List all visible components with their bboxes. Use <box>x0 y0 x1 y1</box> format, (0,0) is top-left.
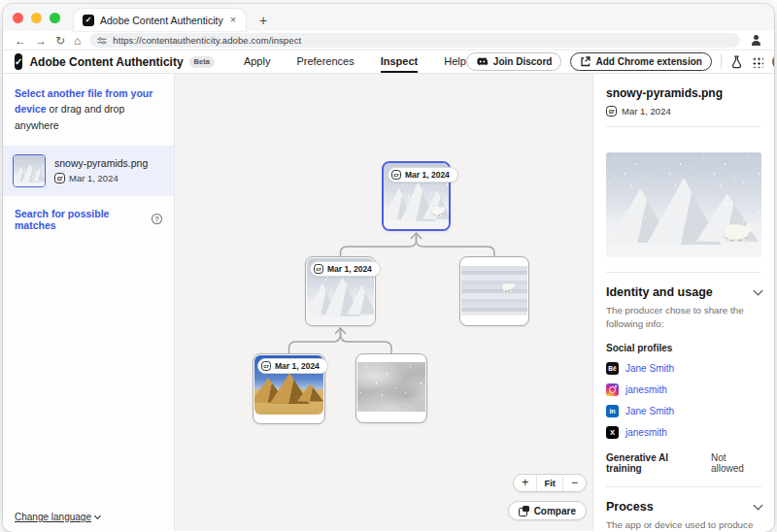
app-body: Select another file from your device or … <box>3 74 774 531</box>
tree-node-bear-ingredient[interactable] <box>459 256 529 326</box>
social-profiles-label: Social profiles <box>606 343 761 353</box>
add-chrome-extension-label: Add Chrome extension <box>595 56 701 67</box>
nav-item-inspect[interactable]: Inspect <box>381 50 419 73</box>
minimize-window-button[interactable] <box>31 13 42 23</box>
identity-heading: Identity and usage <box>606 285 713 299</box>
window-controls <box>13 4 60 31</box>
change-language-label: Change language <box>15 512 91 522</box>
nav-item-preferences[interactable]: Preferences <box>296 50 354 73</box>
identity-section-header[interactable]: Identity and usage <box>606 285 761 299</box>
browser-window: ✓ Adobe Content Authenticity × + ← → ↻ ⌂… <box>3 4 774 532</box>
join-discord-label: Join Discord <box>493 56 553 67</box>
profile-row-x: X janesmith <box>606 426 761 439</box>
badge-date: Mar 1, 2024 <box>327 264 372 274</box>
address-bar[interactable]: https://contentauthenticity.adobe.com/in… <box>89 33 740 48</box>
change-language-link[interactable]: Change language <box>15 512 100 522</box>
reload-icon[interactable]: ↻ <box>55 35 65 47</box>
snowy-pyramids-thumbnail-image <box>14 155 45 186</box>
compare-icon <box>519 506 529 516</box>
tree-node-snow-texture-ingredient[interactable] <box>355 353 427 423</box>
tab-title: Adobe Content Authenticity <box>100 15 223 26</box>
tree-node-desert-ingredient[interactable]: cr Mar 1, 2024 <box>253 353 325 424</box>
behance-profile-link[interactable]: Jane Smith <box>625 363 674 374</box>
preview-image[interactable] <box>606 152 761 257</box>
maximize-window-button[interactable] <box>50 13 60 23</box>
file-name: snowy-pyramids.png <box>54 157 148 169</box>
identity-description: The producer chose to share the followin… <box>606 304 761 331</box>
browser-profile-icon[interactable] <box>749 34 762 48</box>
browser-tab-strip: ✓ Adobe Content Authenticity × + <box>3 4 774 31</box>
file-date-text: Mar 1, 2024 <box>69 173 118 183</box>
file-thumbnail <box>13 154 46 187</box>
sidebar: Select another file from your device or … <box>3 74 175 531</box>
file-list-item-selected[interactable]: snowy-pyramids.png cr Mar 1, 2024 <box>3 146 174 196</box>
close-window-button[interactable] <box>13 13 23 23</box>
panel-date-text: Mar 1, 2024 <box>622 106 671 116</box>
generative-ai-label: Generative AI training <box>606 452 706 474</box>
instagram-profile-link[interactable]: janesmith <box>625 384 667 395</box>
profile-row-instagram: janesmith <box>606 383 761 396</box>
content-credentials-badge: cr Mar 1, 2024 <box>257 358 328 374</box>
tree-node-current[interactable]: cr Mar 1, 2024 <box>382 161 451 231</box>
linkedin-icon: in <box>606 405 619 417</box>
home-icon[interactable]: ⌂ <box>74 35 81 47</box>
export-icon <box>580 56 591 67</box>
polar-bear-ice-image <box>461 266 527 316</box>
x-icon: X <box>606 426 619 439</box>
search-matches-link[interactable]: Search for possible matches <box>15 208 152 231</box>
discord-icon <box>476 57 489 67</box>
user-avatar[interactable] <box>772 53 774 70</box>
back-icon[interactable]: ← <box>15 35 26 47</box>
tree-connectors <box>175 74 592 531</box>
provenance-canvas[interactable]: cr Mar 1, 2024 cr Mar 1, 2024 <box>175 74 592 531</box>
nav-item-help[interactable]: Help <box>444 50 466 73</box>
generative-ai-value: Not allowed <box>711 452 761 474</box>
header-actions: Join Discord Add Chrome extension <box>466 52 774 71</box>
details-panel: snowy-pyramids.png cr Mar 1, 2024 Identi… <box>592 74 774 531</box>
nav-item-apply[interactable]: Apply <box>244 50 271 73</box>
content-credentials-icon: cr <box>314 264 323 274</box>
add-chrome-extension-button[interactable]: Add Chrome extension <box>570 52 711 71</box>
forward-icon[interactable]: → <box>35 35 47 47</box>
x-profile-link[interactable]: janesmith <box>625 427 667 438</box>
tab-favicon-icon: ✓ <box>83 15 94 26</box>
zoom-in-button[interactable]: + <box>514 475 536 491</box>
compare-button[interactable]: Compare <box>508 501 587 520</box>
compare-label: Compare <box>534 506 576 516</box>
app-logo-icon: ✓ <box>15 53 22 70</box>
search-matches-row: Search for possible matches ? <box>3 196 174 231</box>
snow-texture-image <box>357 362 425 412</box>
file-meta: snowy-pyramids.png cr Mar 1, 2024 <box>54 157 148 183</box>
zoom-out-button[interactable]: − <box>563 475 586 491</box>
panel-divider <box>606 486 761 487</box>
tab-close-icon[interactable]: × <box>229 15 237 25</box>
site-settings-icon[interactable] <box>97 37 107 45</box>
content-credentials-icon: cr <box>261 361 271 371</box>
linkedin-profile-link[interactable]: Jane Smith <box>625 406 674 416</box>
app-name: Adobe Content Authenticity <box>29 55 183 69</box>
help-icon[interactable]: ? <box>152 214 162 224</box>
content-credentials-icon: cr <box>606 106 617 116</box>
app-launcher-icon[interactable] <box>752 56 763 68</box>
upload-instructions: Select another file from your device or … <box>3 74 174 133</box>
instagram-icon <box>606 383 619 396</box>
chevron-down-icon <box>94 513 101 519</box>
chevron-down-icon <box>754 286 763 296</box>
panel-divider <box>606 126 761 127</box>
beta-flask-icon[interactable] <box>730 55 743 69</box>
file-date: cr Mar 1, 2024 <box>54 173 148 183</box>
join-discord-button[interactable]: Join Discord <box>466 52 562 71</box>
process-heading: Process <box>606 500 654 514</box>
chevron-down-icon <box>754 501 763 511</box>
process-description: The app or device used to produce this c… <box>606 518 761 531</box>
browser-tab[interactable]: ✓ Adobe Content Authenticity × <box>74 9 246 31</box>
content-credentials-icon: cr <box>391 170 401 180</box>
fit-button[interactable]: Fit <box>536 475 563 491</box>
tree-node-composite[interactable]: cr Mar 1, 2024 <box>305 256 376 326</box>
new-tab-button[interactable]: + <box>259 14 267 31</box>
process-section-header[interactable]: Process <box>606 500 761 514</box>
browser-toolbar: ← → ↻ ⌂ https://contentauthenticity.adob… <box>3 31 774 50</box>
content-credentials-badge: cr Mar 1, 2024 <box>310 261 381 277</box>
panel-file-title: snowy-pyramids.png <box>606 86 761 100</box>
header-divider <box>721 54 722 69</box>
